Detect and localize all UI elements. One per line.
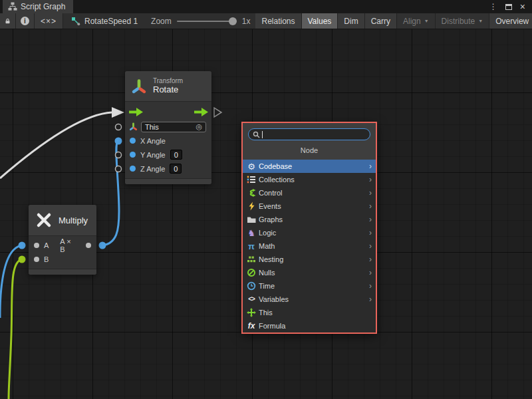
graph-breadcrumb-icon bbox=[71, 17, 80, 26]
button-label: Overview bbox=[495, 17, 529, 26]
chevron-right-icon: › bbox=[369, 242, 372, 250]
graph-breadcrumb[interactable]: RotateSpeed 1 bbox=[63, 13, 146, 29]
object-picker-icon[interactable]: ◎ bbox=[196, 123, 202, 130]
text-cursor bbox=[262, 131, 263, 138]
finder-item-logic[interactable]: ♞ Logic › bbox=[243, 226, 376, 239]
rotate-y-edge-port[interactable] bbox=[116, 152, 122, 158]
graph-canvas[interactable]: Transform Rotate bbox=[0, 29, 532, 399]
transform-icon bbox=[130, 78, 148, 95]
finder-item-events[interactable]: Events › bbox=[243, 200, 376, 213]
chevron-right-icon: › bbox=[369, 202, 372, 210]
tab-bar-spacer bbox=[73, 0, 489, 13]
finder-item-variables[interactable]: <> Variables › bbox=[243, 293, 376, 306]
flow-out-arrow-icon[interactable] bbox=[194, 108, 208, 116]
lock-icon bbox=[5, 17, 11, 25]
chevron-right-icon: › bbox=[369, 269, 372, 277]
z-angle-label: Z Angle bbox=[140, 165, 165, 173]
relations-button[interactable]: Relations bbox=[255, 13, 301, 29]
finder-item-this[interactable]: This bbox=[243, 306, 376, 319]
chevron-right-icon: › bbox=[369, 282, 372, 290]
code-view-button[interactable]: <×> bbox=[35, 13, 63, 29]
multiply-node-footer bbox=[29, 269, 96, 275]
a-input-port[interactable] bbox=[34, 243, 39, 248]
flow-in-arrow-icon[interactable] bbox=[128, 108, 143, 116]
zoom-control: Zoom 1x bbox=[146, 13, 255, 29]
control-flow-icon bbox=[246, 188, 257, 198]
finder-item-nesting[interactable]: Nesting › bbox=[243, 253, 376, 266]
maximize-icon[interactable] bbox=[505, 4, 512, 10]
multiply-node-header[interactable]: Multiply bbox=[29, 205, 96, 236]
y-angle-label: Y Angle bbox=[140, 151, 166, 159]
knight-icon: ♞ bbox=[246, 229, 257, 237]
finder-item-label: Time bbox=[259, 282, 275, 290]
this-field-value: This bbox=[145, 123, 159, 131]
zoom-slider[interactable] bbox=[177, 21, 237, 22]
rotate-z-row: Z Angle 0 bbox=[125, 162, 211, 176]
distribute-button[interactable]: Distribute ▼ bbox=[436, 13, 490, 29]
y-angle-port[interactable] bbox=[130, 152, 136, 158]
fx-icon: fx bbox=[246, 322, 257, 330]
rotate-node-header[interactable]: Transform Rotate bbox=[125, 71, 211, 102]
zoom-slider-handle[interactable] bbox=[229, 17, 237, 25]
finder-item-label: Events bbox=[259, 202, 281, 210]
script-graph-tab[interactable]: Script Graph bbox=[3, 0, 73, 13]
result-label: A × B bbox=[60, 237, 76, 253]
overview-button[interactable]: Overview bbox=[489, 13, 532, 29]
finder-item-control[interactable]: Control › bbox=[243, 186, 376, 200]
multiply-b-row: B bbox=[29, 252, 96, 266]
finder-item-graphs[interactable]: Graphs › bbox=[243, 213, 376, 226]
chevron-right-icon: › bbox=[369, 176, 372, 184]
search-icon bbox=[253, 131, 260, 138]
rotate-x-row: X Angle bbox=[125, 134, 211, 148]
chevron-right-icon: › bbox=[369, 215, 372, 223]
b-input-port[interactable] bbox=[34, 257, 39, 262]
finder-item-label: Nulls bbox=[259, 269, 275, 277]
lock-button[interactable] bbox=[0, 13, 16, 29]
x-angle-port[interactable] bbox=[130, 138, 136, 144]
result-output-port[interactable] bbox=[86, 243, 91, 248]
rotate-node[interactable]: Transform Rotate bbox=[125, 71, 211, 184]
finder-search-input[interactable] bbox=[248, 128, 370, 140]
rotate-flow-out-edge-port[interactable] bbox=[214, 108, 221, 117]
zoom-label: Zoom bbox=[151, 17, 172, 26]
align-button[interactable]: Align ▼ bbox=[397, 13, 436, 29]
button-label: Carry bbox=[371, 17, 390, 26]
multiply-node[interactable]: Multiply A A × B B bbox=[29, 205, 96, 275]
z-angle-value-field[interactable]: 0 bbox=[170, 164, 182, 174]
rotate-y-row: Y Angle 0 bbox=[125, 148, 211, 162]
angle-brackets-icon: <> bbox=[246, 296, 257, 303]
multiply-result-edge-port[interactable] bbox=[99, 242, 106, 249]
finder-item-time[interactable]: Time › bbox=[243, 279, 376, 293]
rotate-z-edge-port[interactable] bbox=[116, 166, 122, 172]
rotate-flow-row bbox=[125, 104, 211, 120]
carry-button[interactable]: Carry bbox=[365, 13, 397, 29]
finder-item-math[interactable]: π Math › bbox=[243, 239, 376, 253]
z-angle-port[interactable] bbox=[130, 166, 136, 172]
dim-button[interactable]: Dim bbox=[338, 13, 364, 29]
info-button[interactable]: i bbox=[16, 13, 35, 29]
multiply-icon bbox=[35, 211, 53, 229]
this-object-field[interactable]: This ◎ bbox=[141, 122, 206, 132]
finder-item-collections[interactable]: Collections › bbox=[243, 173, 376, 186]
finder-item-formula[interactable]: fx Formula bbox=[243, 319, 376, 332]
kebab-menu-icon[interactable]: ⋮ bbox=[489, 3, 497, 11]
finder-item-codebase[interactable]: ⚙ Codebase › bbox=[243, 160, 376, 173]
x-angle-label: X Angle bbox=[140, 137, 166, 145]
y-angle-value-field[interactable]: 0 bbox=[170, 150, 182, 160]
rotate-this-row: This ◎ bbox=[125, 120, 211, 134]
finder-item-nulls[interactable]: Nulls › bbox=[243, 266, 376, 279]
rotate-x-edge-port[interactable] bbox=[115, 138, 122, 145]
move-arrows-icon bbox=[246, 308, 257, 317]
multiply-node-title: Multiply bbox=[59, 215, 88, 225]
button-label: Align bbox=[403, 17, 421, 26]
a-input-label: A bbox=[44, 241, 49, 249]
finder-header-area: Node bbox=[243, 123, 376, 160]
multiply-a-edge-port[interactable] bbox=[19, 242, 26, 249]
button-label: Relations bbox=[261, 17, 295, 26]
values-button[interactable]: Values bbox=[302, 13, 338, 29]
close-icon[interactable]: × bbox=[520, 2, 525, 11]
dropdown-arrow-icon: ▼ bbox=[424, 19, 429, 23]
rotate-this-edge-port[interactable] bbox=[116, 124, 122, 130]
multiply-b-edge-port[interactable] bbox=[19, 256, 26, 263]
chevron-right-icon: › bbox=[369, 255, 372, 263]
